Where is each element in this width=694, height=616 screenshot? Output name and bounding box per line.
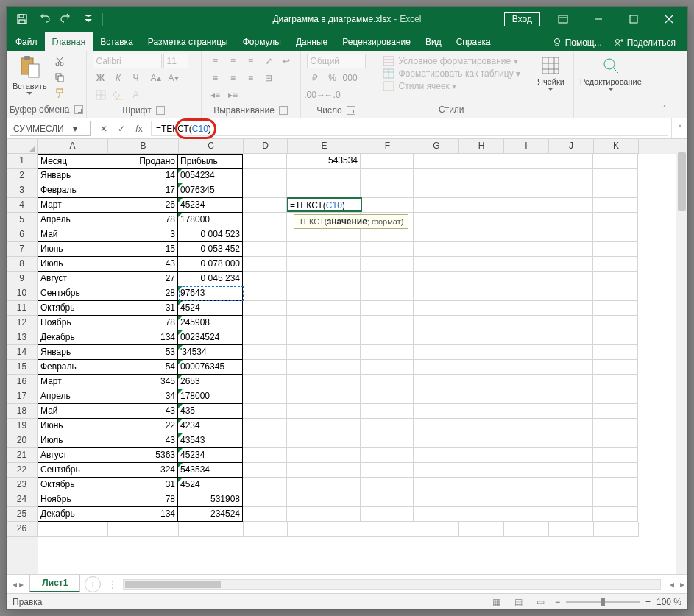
row-header-18[interactable]: 18 [7, 404, 38, 419]
cell-I2[interactable] [503, 169, 548, 183]
cell-K12[interactable] [593, 316, 638, 330]
cell-A4[interactable]: Март [37, 198, 107, 213]
cell-E24[interactable] [287, 492, 361, 507]
vertical-scrollbar[interactable] [676, 139, 687, 574]
cell-C16[interactable]: 2653 [178, 375, 243, 389]
cell-C11[interactable]: 4524 [178, 301, 243, 316]
cell-C21[interactable]: 45234 [178, 448, 243, 463]
cell-B11[interactable]: 31 [107, 301, 178, 316]
align-bottom-icon[interactable]: ≡ [243, 54, 259, 68]
cell-D13[interactable] [243, 330, 287, 345]
cell-A7[interactable]: Июнь [37, 242, 107, 257]
cell-J1[interactable] [548, 154, 593, 169]
tab-вид[interactable]: Вид [418, 32, 449, 51]
editing-button[interactable]: Редактирование [577, 54, 645, 92]
row-header-12[interactable]: 12 [7, 316, 38, 330]
cell-B10[interactable]: 28 [107, 286, 178, 301]
cell-H14[interactable] [458, 345, 503, 360]
horizontal-scrollbar[interactable] [123, 579, 661, 590]
cells-container[interactable]: МесяцПроданоПрибыль543534Январь140054234… [38, 154, 676, 574]
cell-C14[interactable]: '34534 [178, 345, 243, 360]
cell-I13[interactable] [503, 330, 548, 345]
cell-B4[interactable]: 26 [107, 198, 178, 213]
cell-I18[interactable] [503, 404, 548, 419]
cell-J18[interactable] [548, 404, 593, 419]
cell-E16[interactable] [287, 375, 361, 389]
cell-B23[interactable]: 31 [107, 478, 178, 492]
cell-K22[interactable] [593, 463, 638, 478]
cell-G13[interactable] [414, 330, 458, 345]
cell-G20[interactable] [414, 433, 458, 448]
cell-H1[interactable] [458, 154, 503, 169]
qat-customize-icon[interactable] [79, 10, 98, 29]
cell-G4[interactable] [414, 198, 458, 213]
cell-E26[interactable] [288, 522, 361, 537]
cell-F1[interactable] [361, 154, 414, 169]
zoom-in-icon[interactable]: + [645, 597, 651, 607]
row-header-17[interactable]: 17 [7, 389, 38, 404]
view-page-break-icon[interactable]: ▭ [533, 596, 549, 608]
cell-B24[interactable]: 78 [107, 492, 178, 507]
cell-D11[interactable] [243, 301, 287, 316]
cell-H25[interactable] [458, 507, 503, 522]
cell-E7[interactable] [287, 242, 361, 257]
cell-D18[interactable] [243, 404, 287, 419]
cell-B22[interactable]: 324 [107, 463, 178, 478]
cell-G16[interactable] [414, 375, 458, 389]
cell-B19[interactable]: 22 [107, 419, 178, 433]
cell-I9[interactable] [503, 272, 548, 286]
cell-C9[interactable]: 0 045 234 [178, 272, 243, 286]
cell-E20[interactable] [287, 433, 361, 448]
cell-F10[interactable] [361, 286, 414, 301]
cell-B26[interactable] [108, 522, 179, 537]
cell-E12[interactable] [287, 316, 361, 330]
tell-me-button[interactable]: Помощ... [548, 35, 606, 51]
cell-J26[interactable] [549, 522, 594, 537]
cell-C19[interactable]: 4234 [178, 419, 243, 433]
cell-F4[interactable] [361, 198, 414, 213]
cell-I21[interactable] [503, 448, 548, 463]
cell-B7[interactable]: 15 [107, 242, 178, 257]
view-normal-icon[interactable]: ▦ [489, 596, 505, 608]
font-launcher[interactable] [156, 106, 165, 115]
cell-D14[interactable] [243, 345, 287, 360]
cell-A17[interactable]: Апрель [37, 389, 107, 404]
cell-D17[interactable] [243, 389, 287, 404]
cell-E22[interactable] [287, 463, 361, 478]
copy-icon[interactable] [52, 70, 68, 85]
cell-E17[interactable] [287, 389, 361, 404]
cell-I6[interactable] [503, 227, 548, 242]
cell-styles-button[interactable]: Стили ячеек ▾ [380, 80, 523, 92]
row-header-3[interactable]: 3 [7, 183, 38, 198]
cell-D25[interactable] [243, 507, 287, 522]
cell-H3[interactable] [458, 183, 503, 198]
cell-I4[interactable] [503, 198, 548, 213]
cell-E14[interactable] [287, 345, 361, 360]
cell-G7[interactable] [414, 242, 458, 257]
cell-A6[interactable]: Май [37, 227, 107, 242]
cell-C12[interactable]: 245908 [178, 316, 243, 330]
cell-J11[interactable] [548, 301, 593, 316]
row-header-7[interactable]: 7 [7, 242, 38, 257]
row-header-22[interactable]: 22 [7, 463, 38, 478]
fx-icon[interactable]: fx [132, 121, 146, 136]
cell-F13[interactable] [361, 330, 414, 345]
cell-H20[interactable] [458, 433, 503, 448]
row-header-8[interactable]: 8 [7, 257, 38, 272]
cell-E6[interactable] [287, 227, 361, 242]
percent-icon[interactable]: % [325, 71, 341, 85]
cell-D10[interactable] [243, 286, 287, 301]
cell-F6[interactable] [361, 227, 414, 242]
cell-A8[interactable]: Июль [37, 257, 107, 272]
row-header-9[interactable]: 9 [7, 272, 38, 286]
redo-icon[interactable] [57, 10, 76, 29]
share-button[interactable]: Поделиться [609, 35, 680, 51]
cell-K1[interactable] [593, 154, 638, 169]
cell-D22[interactable] [243, 463, 287, 478]
formula-input[interactable]: =ТЕКСТ(C10) [151, 121, 668, 136]
col-header-D[interactable]: D [244, 139, 288, 154]
cell-H17[interactable] [458, 389, 503, 404]
cells-button[interactable]: Ячейки [534, 54, 567, 92]
row-header-4[interactable]: 4 [7, 198, 38, 213]
cell-B14[interactable]: 53 [107, 345, 178, 360]
